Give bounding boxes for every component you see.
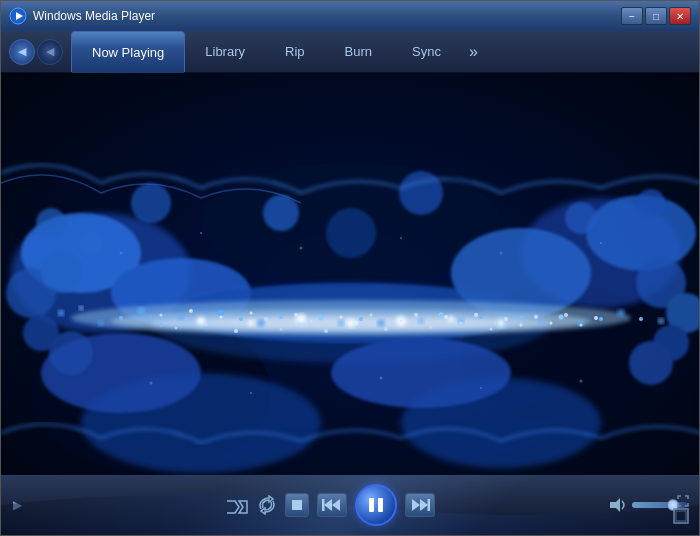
svg-point-86 xyxy=(310,320,313,323)
title-bar: Windows Media Player − □ ✕ xyxy=(1,1,699,31)
svg-point-53 xyxy=(197,317,205,325)
next-icon xyxy=(410,497,430,513)
svg-point-94 xyxy=(430,326,433,329)
svg-point-47 xyxy=(559,315,564,320)
svg-point-16 xyxy=(331,338,511,408)
svg-point-41 xyxy=(439,313,444,318)
svg-point-116 xyxy=(580,380,583,383)
svg-rect-125 xyxy=(428,499,431,511)
volume-button[interactable] xyxy=(608,497,626,513)
svg-point-60 xyxy=(36,208,66,238)
svg-point-96 xyxy=(460,322,463,325)
svg-point-97 xyxy=(474,313,478,317)
svg-point-67 xyxy=(326,208,376,258)
svg-point-64 xyxy=(565,202,597,234)
aspect-ratio-button[interactable] xyxy=(677,495,689,509)
close-button[interactable]: ✕ xyxy=(669,7,691,25)
repeat-icon xyxy=(257,495,277,515)
svg-rect-122 xyxy=(378,498,383,512)
control-bar: ▶ xyxy=(1,475,699,535)
svg-rect-121 xyxy=(369,498,374,512)
svg-point-88 xyxy=(340,316,343,319)
svg-point-109 xyxy=(400,237,402,239)
stop-button[interactable] xyxy=(285,493,309,517)
svg-rect-120 xyxy=(322,499,325,511)
window-title: Windows Media Player xyxy=(33,9,621,23)
back-icon: ◀ xyxy=(18,45,26,58)
tab-library[interactable]: Library xyxy=(185,31,265,72)
svg-point-75 xyxy=(629,341,673,385)
nav-tabs: Now Playing Library Rip Burn Sync » xyxy=(71,31,691,72)
svg-point-91 xyxy=(384,327,388,331)
svg-point-59 xyxy=(497,319,505,327)
svg-point-78 xyxy=(189,309,193,313)
svg-point-104 xyxy=(580,324,583,327)
svg-point-49 xyxy=(599,317,603,321)
svg-rect-117 xyxy=(292,500,302,510)
svg-point-61 xyxy=(131,183,171,223)
shuffle-icon xyxy=(225,495,249,515)
svg-point-46 xyxy=(538,318,544,324)
svg-point-115 xyxy=(480,387,482,389)
nav-bar: ◀ ◀ Now Playing Library Rip Burn Sync » xyxy=(1,31,699,73)
svg-point-84 xyxy=(280,328,283,331)
visualization-area xyxy=(1,73,699,475)
tab-sync[interactable]: Sync xyxy=(392,31,461,72)
fullscreen-button[interactable] xyxy=(673,508,689,527)
previous-icon xyxy=(322,497,342,513)
svg-point-52 xyxy=(658,318,664,324)
svg-point-103 xyxy=(564,313,568,317)
volume-icon xyxy=(608,497,626,513)
svg-point-25 xyxy=(119,316,123,320)
svg-point-33 xyxy=(279,315,283,319)
maximize-button[interactable]: □ xyxy=(645,7,667,25)
forward-button[interactable]: ◀ xyxy=(37,39,63,65)
tab-now-playing[interactable]: Now Playing xyxy=(71,31,185,72)
svg-point-24 xyxy=(98,320,104,326)
svg-point-87 xyxy=(324,329,328,333)
fullscreen-icon xyxy=(673,508,689,524)
svg-point-26 xyxy=(138,308,145,315)
svg-point-98 xyxy=(490,328,493,331)
svg-point-108 xyxy=(300,247,303,250)
play-pause-button[interactable] xyxy=(355,484,397,526)
svg-point-107 xyxy=(200,232,202,234)
tab-rip[interactable]: Rip xyxy=(265,31,325,72)
svg-point-85 xyxy=(294,313,298,317)
next-button[interactable] xyxy=(405,493,435,517)
stop-icon xyxy=(290,498,304,512)
svg-marker-126 xyxy=(610,498,620,512)
tab-burn[interactable]: Burn xyxy=(325,31,392,72)
svg-point-77 xyxy=(175,327,178,330)
svg-point-82 xyxy=(250,312,253,315)
svg-point-45 xyxy=(519,316,523,320)
svg-point-32 xyxy=(258,320,265,327)
minimize-button[interactable]: − xyxy=(621,7,643,25)
svg-point-80 xyxy=(220,316,223,319)
svg-point-31 xyxy=(239,317,243,321)
shuffle-button[interactable] xyxy=(225,495,249,515)
svg-point-90 xyxy=(370,314,373,317)
svg-point-63 xyxy=(399,171,443,215)
svg-point-114 xyxy=(380,377,383,380)
forward-icon: ◀ xyxy=(46,45,54,58)
svg-point-93 xyxy=(414,313,418,317)
svg-point-36 xyxy=(338,320,344,326)
svg-point-38 xyxy=(378,320,385,327)
svg-point-71 xyxy=(49,331,93,375)
svg-point-92 xyxy=(400,320,403,323)
repeat-button[interactable] xyxy=(257,495,277,515)
nav-arrows: ◀ ◀ xyxy=(9,39,63,65)
back-button[interactable]: ◀ xyxy=(9,39,35,65)
visualization-canvas xyxy=(1,73,699,475)
svg-marker-119 xyxy=(332,499,340,511)
playback-controls xyxy=(53,484,607,526)
previous-button[interactable] xyxy=(317,493,347,517)
svg-point-30 xyxy=(218,310,224,316)
svg-point-100 xyxy=(520,324,523,327)
svg-point-95 xyxy=(444,315,448,319)
svg-point-69 xyxy=(41,253,81,293)
svg-point-110 xyxy=(500,252,503,255)
more-tabs-button[interactable]: » xyxy=(461,43,486,61)
svg-point-37 xyxy=(359,317,363,321)
